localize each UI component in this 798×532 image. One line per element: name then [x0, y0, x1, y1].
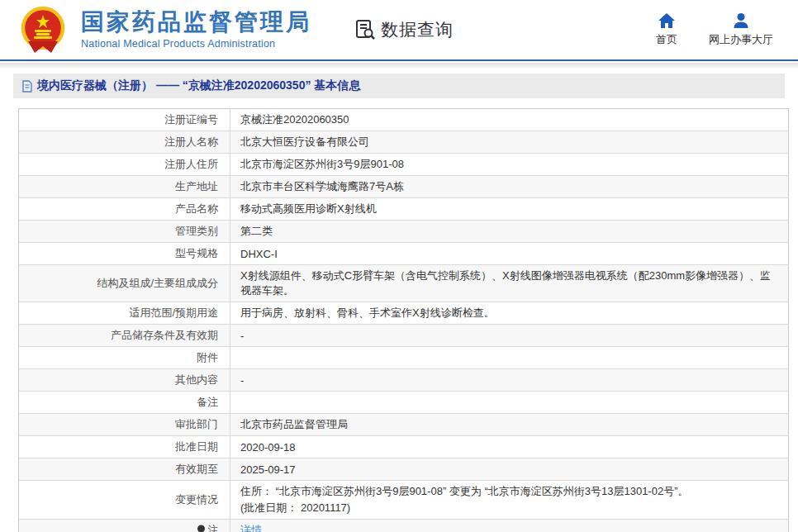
table-row: 注册证编号京械注准20202060350 — [19, 109, 789, 131]
nav-online-service-hall[interactable]: 网上办事大厅 — [709, 12, 773, 47]
row-label: 适用范围/预期用途 — [19, 302, 230, 325]
row-value: 北京市海淀区苏州街3号9层901-08 — [230, 154, 789, 176]
user-icon — [733, 12, 749, 29]
header-nav: 首页 网上办事大厅 — [656, 12, 773, 47]
row-value-text: 第二类 — [240, 224, 778, 239]
row-label: 注册人名称 — [19, 131, 230, 154]
row-value: 2020-09-18 — [230, 436, 789, 458]
brand-block: 国家药品监督管理局 National Medical Products Admi… — [81, 10, 311, 50]
table-row: 生产地址北京市丰台区科学城海鹰路7号A栋 — [19, 176, 789, 198]
row-label: 其他内容 — [19, 369, 230, 392]
row-label: 注 — [19, 520, 230, 532]
row-label: 审批部门 — [19, 414, 230, 436]
row-value: DHXC-I — [230, 243, 789, 265]
table-row: 变更情况住所： “北京市海淀区苏州街3号9层901-08” 变更为 “北京市海淀… — [19, 481, 789, 520]
row-value: 北京市丰台区科学城海鹰路7号A栋 — [230, 176, 789, 198]
row-value-text: 移动式高频医用诊断X射线机 — [240, 202, 778, 216]
row-value: X射线源组件、移动式C形臂车架（含电气控制系统）、X射线图像增强器电视系统（配2… — [230, 265, 789, 302]
nav-home-label: 首页 — [656, 32, 677, 47]
row-value-text: X射线源组件、移动式C形臂车架（含电气控制系统）、X射线图像增强器电视系统（配2… — [240, 268, 778, 298]
row-label: 结构及组成/主要组成成分 — [19, 265, 230, 302]
row-value-text: - — [240, 374, 778, 387]
row-value: 北京市药品监督管理局 — [230, 414, 789, 436]
row-value-text: 北京大恒医疗设备有限公司 — [240, 135, 778, 150]
table-row: 其他内容- — [19, 369, 789, 392]
row-value: 住所： “北京市海淀区苏州街3号9层901-08” 变更为 “北京市海淀区苏州街… — [230, 481, 789, 520]
row-value-text: 2025-09-17 — [240, 463, 778, 476]
row-label: 有效期至 — [19, 458, 230, 481]
table-row: 型号规格DHXC-I — [19, 243, 789, 265]
table-row: 结构及组成/主要组成成分X射线源组件、移动式C形臂车架（含电气控制系统）、X射线… — [19, 265, 789, 302]
row-value-text: 北京市丰台区科学城海鹰路7号A栋 — [240, 179, 778, 194]
nav-home[interactable]: 首页 — [656, 12, 677, 47]
table-row: 产品名称移动式高频医用诊断X射线机 — [19, 198, 789, 221]
row-value: 北京大恒医疗设备有限公司 — [230, 131, 789, 154]
page-title: 境内医疗器械（注册） —— “京械注准20202060350” 基本信息 — [37, 78, 360, 93]
row-value-text: 2020-09-18 — [240, 441, 778, 454]
table-row: 审批部门北京市药品监督管理局 — [19, 414, 789, 436]
national-emblem-logo — [17, 5, 69, 55]
row-label: 型号规格 — [19, 243, 230, 265]
data-query-section[interactable]: 数据查询 — [354, 18, 454, 41]
row-label: 附件 — [19, 347, 230, 369]
row-label: 管理类别 — [19, 221, 230, 243]
row-value — [230, 347, 789, 369]
table-row: 批准日期2020-09-18 — [19, 436, 789, 458]
row-value: 第二类 — [230, 221, 789, 243]
row-label: 产品名称 — [19, 198, 230, 221]
row-label: 产品储存条件及有效期 — [19, 325, 230, 347]
row-value: 京械注准20202060350 — [230, 109, 789, 131]
row-label: 变更情况 — [19, 481, 230, 520]
row-value: - — [230, 369, 789, 392]
table-row: 注详情 — [19, 520, 789, 532]
header-shadow — [0, 63, 798, 69]
table-row: 注册人名称北京大恒医疗设备有限公司 — [19, 131, 789, 154]
row-value-text: 北京市药品监督管理局 — [240, 417, 778, 432]
details-link[interactable]: 详情 — [240, 524, 262, 532]
row-label: 注册人住所 — [19, 154, 230, 176]
registration-info-table: 注册证编号京械注准20202060350注册人名称北京大恒医疗设备有限公司注册人… — [18, 108, 789, 532]
row-value: 用于病房、放射科、骨科、手术室作X射线诊断检查。 — [230, 302, 789, 325]
document-search-icon — [354, 19, 376, 40]
data-query-label: 数据查询 — [381, 18, 454, 41]
row-value-text: 京械注准20202060350 — [240, 112, 778, 127]
table-row: 有效期至2025-09-17 — [19, 458, 789, 481]
table-row: 备注 — [19, 392, 789, 414]
table-row: 管理类别第二类 — [19, 221, 789, 243]
row-label: 备注 — [19, 392, 230, 414]
breadcrumb: 境内医疗器械（注册） —— “京械注准20202060350” 基本信息 — [13, 74, 785, 98]
row-label: 生产地址 — [19, 176, 230, 198]
row-value-text: 住所： “北京市海淀区苏州街3号9层901-08” 变更为 “北京市海淀区苏州街… — [240, 484, 778, 499]
row-value-text: - — [240, 330, 778, 342]
row-value-text: DHXC-I — [240, 248, 778, 260]
row-value: 2025-09-17 — [230, 458, 789, 481]
table-row: 附件 — [19, 347, 789, 369]
page-icon — [21, 80, 33, 93]
row-value-text-line2: (批准日期： 20201117) — [240, 501, 778, 515]
row-value-text: 用于病房、放射科、骨科、手术室作X射线诊断检查。 — [240, 306, 778, 321]
row-label: 注册证编号 — [19, 109, 230, 131]
note-icon — [197, 525, 206, 532]
nav-online-service-hall-label: 网上办事大厅 — [709, 32, 773, 47]
brand-subtitle: National Medical Products Administration — [81, 38, 311, 50]
row-value — [230, 392, 789, 414]
table-row: 适用范围/预期用途用于病房、放射科、骨科、手术室作X射线诊断检查。 — [19, 302, 789, 325]
row-label: 批准日期 — [19, 436, 230, 458]
table-row: 产品储存条件及有效期- — [19, 325, 789, 347]
row-value: 移动式高频医用诊断X射线机 — [230, 198, 789, 221]
brand-title: 国家药品监督管理局 — [81, 10, 311, 36]
home-icon — [658, 12, 676, 29]
row-value: - — [230, 325, 789, 347]
row-value: 详情 — [230, 520, 789, 532]
page-header: 国家药品监督管理局 National Medical Products Admi… — [0, 0, 798, 61]
table-row: 注册人住所北京市海淀区苏州街3号9层901-08 — [19, 154, 789, 176]
row-value-text: 北京市海淀区苏州街3号9层901-08 — [240, 157, 778, 172]
